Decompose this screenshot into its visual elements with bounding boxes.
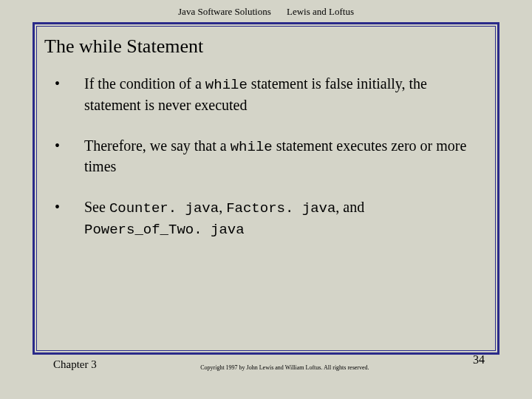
code-span: while (205, 77, 248, 93)
slide-header: Java Software Solutions Lewis and Loftus (0, 0, 532, 22)
slide-body: The while Statement •If the condition of… (36, 26, 496, 351)
code-span: Counter. java (109, 200, 219, 216)
chapter-label: Chapter 3 (33, 358, 97, 371)
book-authors: Lewis and Loftus (287, 6, 354, 18)
bullet-text: Therefore, we say that a (84, 137, 231, 154)
list-item: •If the condition of a while statement i… (69, 74, 485, 115)
bullet-icon: • (69, 197, 84, 217)
bullet-icon: • (69, 74, 84, 94)
bullet-list: •If the condition of a while statement i… (47, 74, 485, 343)
copyright-text: Copyright 1997 by John Lewis and William… (97, 364, 473, 371)
slide-frame: The while Statement •If the condition of… (33, 22, 499, 355)
slide-footer: Chapter 3 Copyright 1997 by John Lewis a… (33, 355, 499, 371)
code-span: Powers_of_Two. java (84, 222, 245, 238)
slide-title: The while Statement (44, 35, 485, 58)
code-span: Factors. java (226, 200, 335, 216)
bullet-text: See (84, 199, 109, 215)
bullet-text: , and (335, 199, 364, 215)
bullet-icon: • (69, 136, 84, 156)
page-number: 34 (473, 353, 499, 366)
list-item: •Therefore, we say that a while statemen… (69, 136, 485, 177)
book-title: Java Software Solutions (178, 6, 271, 18)
list-item: •See Counter. java, Factors. java, and P… (69, 197, 485, 239)
bullet-text: If the condition of a (84, 75, 205, 92)
code-span: while (231, 139, 273, 155)
bullet-text: , (219, 199, 226, 215)
